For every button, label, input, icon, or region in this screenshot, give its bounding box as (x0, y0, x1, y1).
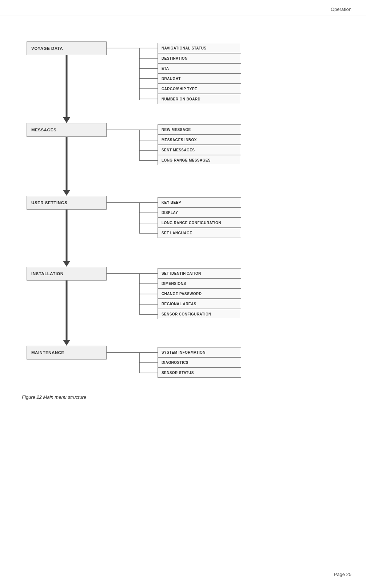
child-node-sent-messages: SENT MESSAGES (158, 145, 241, 155)
svg-marker-17 (63, 190, 70, 196)
child-node-sensor-config: SENSOR CONFIGURATION (158, 309, 241, 319)
page-header: Operation (0, 0, 366, 16)
header-title: Operation (331, 7, 351, 12)
diagram-wrapper: VOYAGE DATA NAVIGATIONAL STATUS DESTINAT… (27, 38, 339, 384)
child-node-set-identification: SET IDENTIFICATION (158, 268, 241, 278)
main-node-voyage-data: VOYAGE DATA (27, 41, 107, 55)
svg-marker-25 (63, 261, 70, 267)
svg-marker-34 (63, 340, 70, 346)
child-node-messages-inbox: MESSAGES INBOX (158, 135, 241, 145)
main-node-maintenance: MAINTENANCE (27, 346, 107, 359)
child-node-dimensions: DIMENSIONS (158, 278, 241, 289)
child-node-sensor-status: SENSOR STATUS (158, 368, 241, 378)
main-node-messages: MESSAGES (27, 123, 107, 137)
child-node-nav-status: NAVIGATIONAL STATUS (158, 43, 241, 53)
child-node-long-range-messages: LONG RANGE MESSAGES (158, 155, 241, 165)
svg-marker-9 (63, 117, 70, 123)
figure-caption: Figure 22 Main menu structure (22, 394, 344, 400)
child-node-set-language: SET LANGUAGE (158, 228, 241, 238)
child-node-regional-areas: REGIONAL AREAS (158, 299, 241, 309)
child-node-number-on-board: NUMBER ON BOARD (158, 94, 241, 104)
child-node-change-password: CHANGE PASSWORD (158, 289, 241, 299)
child-node-cargo: CARGO/SHIP TYPE (158, 84, 241, 94)
child-node-long-range-config: LONG RANGE CONFIGURATION (158, 218, 241, 228)
child-node-key-beep: KEY BEEP (158, 197, 241, 207)
main-node-installation: INSTALLATION (27, 267, 107, 281)
child-node-diagnostics: DIAGNOSTICS (158, 357, 241, 368)
child-node-eta: ETA (158, 63, 241, 74)
child-node-display: DISPLAY (158, 207, 241, 218)
main-node-user-settings: USER SETTINGS (27, 196, 107, 210)
page-number: Page 25 (334, 572, 351, 577)
page-footer: Page 25 (334, 572, 351, 577)
child-node-destination: DESTINATION (158, 53, 241, 63)
child-node-new-message: NEW MESSAGE (158, 124, 241, 135)
main-content: VOYAGE DATA NAVIGATIONAL STATUS DESTINAT… (0, 16, 366, 422)
child-node-system-info: SYSTEM INFORMATION (158, 347, 241, 357)
child-node-draught: DRAUGHT (158, 74, 241, 84)
